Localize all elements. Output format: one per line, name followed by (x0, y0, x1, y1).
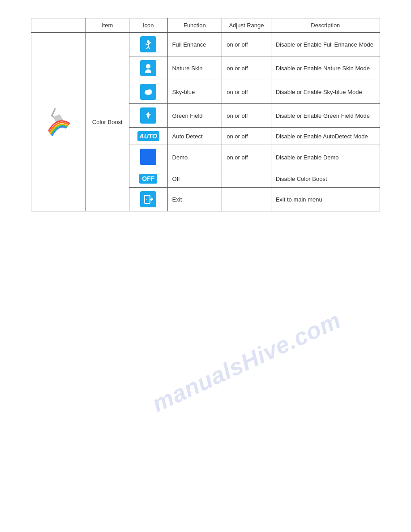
green-field-icon-cell (129, 104, 167, 128)
exit-icon-cell (129, 188, 167, 211)
svg-line-0 (52, 109, 55, 116)
off-function: Off (167, 170, 222, 188)
exit-function: Exit (167, 188, 222, 211)
header-image (31, 18, 86, 33)
svg-point-12 (147, 90, 152, 94)
nature-skin-desc: Disable or Enable Nature Skin Mode (271, 56, 380, 80)
auto-detect-icon: AUTO (137, 131, 159, 141)
rainbow-icon (44, 107, 73, 136)
auto-detect-icon-cell: AUTO (129, 128, 167, 145)
demo-desc: Disable or Enable Demo (271, 145, 380, 170)
svg-point-9 (146, 64, 150, 69)
table-row: Color Boost (31, 33, 380, 56)
green-field-range: on or off (222, 104, 271, 128)
header-item: Item (86, 18, 129, 33)
off-range (222, 170, 271, 188)
auto-detect-function: Auto Detect (167, 128, 222, 145)
color-boost-label: Color Boost (86, 33, 129, 211)
main-table: Item Icon Function Adjust Range Descript… (31, 18, 380, 211)
sky-blue-icon-cell (129, 80, 167, 104)
demo-range: on or off (222, 145, 271, 170)
auto-detect-desc: Disable or Enable AutoDetect Mode (271, 128, 380, 145)
color-boost-image-cell (31, 33, 86, 211)
sky-blue-range: on or off (222, 80, 271, 104)
nature-skin-function: Nature Skin (167, 56, 222, 80)
sky-blue-function: Sky-blue (167, 80, 222, 104)
svg-line-1 (52, 116, 54, 117)
off-icon: OFF (139, 174, 157, 184)
header-description: Description (271, 18, 380, 33)
nature-skin-icon (140, 60, 156, 76)
sky-blue-desc: Disable or Enable Sky-blue Mode (271, 80, 380, 104)
sky-blue-icon (140, 84, 156, 100)
off-icon-cell: OFF (129, 170, 167, 188)
full-enhance-icon (140, 36, 156, 52)
full-enhance-desc: Disable or Enable Full Enhance Mode (271, 33, 380, 56)
nature-skin-icon-cell (129, 56, 167, 80)
full-enhance-function: Full Enhance (167, 33, 222, 56)
svg-rect-13 (145, 195, 150, 203)
exit-range (222, 188, 271, 211)
svg-point-3 (147, 40, 150, 43)
nature-skin-range: on or off (222, 56, 271, 80)
full-enhance-icon-cell (129, 33, 167, 56)
header-range: Adjust Range (222, 18, 271, 33)
header-function: Function (167, 18, 222, 33)
green-field-icon (140, 107, 156, 124)
header-icon: Icon (129, 18, 167, 33)
off-desc: Disable Color Boost (271, 170, 380, 188)
demo-icon-cell (129, 145, 167, 170)
demo-icon (140, 149, 156, 165)
auto-detect-range: on or off (222, 128, 271, 145)
exit-desc: Exit to main menu (271, 188, 380, 211)
demo-function: Demo (167, 145, 222, 170)
watermark: manualsHive.com (148, 306, 345, 417)
green-field-function: Green Field (167, 104, 222, 128)
full-enhance-range: on or off (222, 33, 271, 56)
exit-icon (140, 191, 156, 207)
svg-line-7 (148, 47, 150, 49)
green-field-desc: Disable or Enable Green Field Mode (271, 104, 380, 128)
